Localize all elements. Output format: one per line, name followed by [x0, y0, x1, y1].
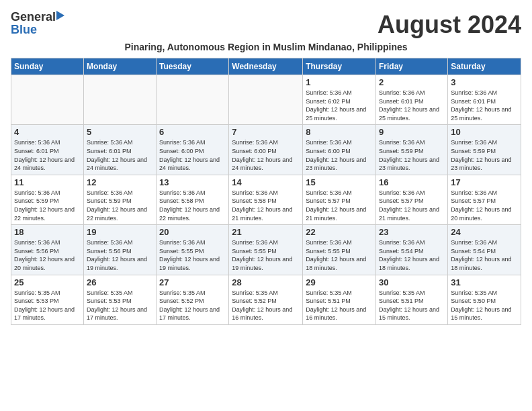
day-header-thursday: Thursday — [303, 58, 376, 75]
calendar-cell: 31Sunrise: 5:35 AM Sunset: 5:50 PM Dayli… — [448, 275, 521, 324]
day-info: Sunrise: 5:36 AM Sunset: 5:59 PM Dayligh… — [379, 138, 445, 172]
day-info: Sunrise: 5:36 AM Sunset: 6:01 PM Dayligh… — [87, 138, 153, 172]
day-number: 27 — [159, 277, 226, 287]
day-info: Sunrise: 5:36 AM Sunset: 6:01 PM Dayligh… — [451, 89, 518, 122]
calendar-cell: 30Sunrise: 5:35 AM Sunset: 5:51 PM Dayli… — [376, 275, 448, 324]
calendar-cell: 9Sunrise: 5:36 AM Sunset: 5:59 PM Daylig… — [376, 125, 448, 175]
logo-blue-text: Blue — [11, 23, 37, 36]
calendar-cell: 26Sunrise: 5:35 AM Sunset: 5:53 PM Dayli… — [83, 275, 156, 324]
day-info: Sunrise: 5:36 AM Sunset: 5:58 PM Dayligh… — [159, 189, 226, 222]
calendar-cell: 7Sunrise: 5:36 AM Sunset: 6:00 PM Daylig… — [229, 125, 303, 175]
day-number: 24 — [451, 227, 518, 237]
calendar-cell: 29Sunrise: 5:35 AM Sunset: 5:51 PM Dayli… — [303, 275, 376, 324]
day-number: 17 — [451, 177, 518, 187]
day-info: Sunrise: 5:35 AM Sunset: 5:51 PM Dayligh… — [379, 289, 445, 322]
calendar-cell: 20Sunrise: 5:36 AM Sunset: 5:55 PM Dayli… — [157, 225, 229, 275]
logo: General Blue — [11, 11, 65, 37]
day-number: 8 — [306, 127, 373, 137]
day-number: 20 — [159, 227, 226, 237]
day-info: Sunrise: 5:35 AM Sunset: 5:53 PM Dayligh… — [14, 289, 81, 322]
day-info: Sunrise: 5:36 AM Sunset: 6:00 PM Dayligh… — [232, 138, 300, 172]
day-number: 2 — [379, 77, 445, 87]
calendar-cell: 11Sunrise: 5:36 AM Sunset: 5:59 PM Dayli… — [11, 175, 84, 224]
calendar-cell: 18Sunrise: 5:36 AM Sunset: 5:56 PM Dayli… — [11, 225, 84, 275]
day-info: Sunrise: 5:36 AM Sunset: 5:59 PM Dayligh… — [14, 189, 81, 222]
day-number: 16 — [379, 177, 445, 187]
calendar-table: SundayMondayTuesdayWednesdayThursdayFrid… — [11, 58, 521, 325]
day-info: Sunrise: 5:36 AM Sunset: 6:02 PM Dayligh… — [306, 89, 373, 122]
day-info: Sunrise: 5:36 AM Sunset: 5:55 PM Dayligh… — [232, 238, 300, 272]
page-header: General Blue August 2024 — [11, 11, 521, 39]
calendar-cell: 13Sunrise: 5:36 AM Sunset: 5:58 PM Dayli… — [157, 175, 229, 224]
day-info: Sunrise: 5:36 AM Sunset: 5:55 PM Dayligh… — [306, 238, 373, 272]
day-number: 31 — [451, 277, 518, 287]
day-number: 13 — [159, 177, 226, 187]
day-number: 4 — [14, 127, 81, 137]
day-number: 12 — [87, 177, 153, 187]
day-number: 1 — [306, 77, 373, 87]
day-info: Sunrise: 5:36 AM Sunset: 5:57 PM Dayligh… — [451, 189, 518, 222]
day-header-monday: Monday — [83, 58, 156, 75]
day-info: Sunrise: 5:36 AM Sunset: 5:54 PM Dayligh… — [451, 238, 518, 272]
day-number: 5 — [87, 127, 153, 137]
day-number: 30 — [379, 277, 445, 287]
day-header-sunday: Sunday — [11, 58, 84, 75]
day-info: Sunrise: 5:36 AM Sunset: 5:56 PM Dayligh… — [14, 238, 81, 272]
day-info: Sunrise: 5:36 AM Sunset: 6:00 PM Dayligh… — [159, 138, 226, 172]
day-info: Sunrise: 5:35 AM Sunset: 5:52 PM Dayligh… — [159, 289, 226, 322]
calendar-cell: 14Sunrise: 5:36 AM Sunset: 5:58 PM Dayli… — [229, 175, 303, 224]
day-number: 14 — [232, 177, 300, 187]
day-header-tuesday: Tuesday — [157, 58, 229, 75]
day-number: 28 — [232, 277, 300, 287]
calendar-cell: 22Sunrise: 5:36 AM Sunset: 5:55 PM Dayli… — [303, 225, 376, 275]
day-number: 25 — [14, 277, 81, 287]
day-header-wednesday: Wednesday — [229, 58, 303, 75]
day-info: Sunrise: 5:35 AM Sunset: 5:51 PM Dayligh… — [306, 289, 373, 322]
day-number: 21 — [232, 227, 300, 237]
day-number: 9 — [379, 127, 445, 137]
calendar-cell: 3Sunrise: 5:36 AM Sunset: 6:01 PM Daylig… — [448, 75, 521, 125]
day-header-friday: Friday — [376, 58, 448, 75]
calendar-cell: 28Sunrise: 5:35 AM Sunset: 5:52 PM Dayli… — [229, 275, 303, 324]
calendar-cell: 1Sunrise: 5:36 AM Sunset: 6:02 PM Daylig… — [303, 75, 376, 125]
calendar-cell: 27Sunrise: 5:35 AM Sunset: 5:52 PM Dayli… — [157, 275, 229, 324]
day-info: Sunrise: 5:36 AM Sunset: 5:59 PM Dayligh… — [87, 189, 153, 222]
calendar-cell: 25Sunrise: 5:35 AM Sunset: 5:53 PM Dayli… — [11, 275, 84, 324]
day-header-saturday: Saturday — [448, 58, 521, 75]
logo-general-text: General — [11, 11, 56, 23]
day-number: 29 — [306, 277, 373, 287]
day-number: 23 — [379, 227, 445, 237]
calendar-cell — [229, 75, 303, 125]
day-info: Sunrise: 5:36 AM Sunset: 5:56 PM Dayligh… — [87, 238, 153, 272]
calendar-cell: 12Sunrise: 5:36 AM Sunset: 5:59 PM Dayli… — [83, 175, 156, 224]
calendar-cell: 23Sunrise: 5:36 AM Sunset: 5:54 PM Dayli… — [376, 225, 448, 275]
calendar-cell — [83, 75, 156, 125]
day-number: 15 — [306, 177, 373, 187]
day-number: 6 — [159, 127, 226, 137]
month-title: August 2024 — [378, 11, 521, 39]
day-info: Sunrise: 5:35 AM Sunset: 5:52 PM Dayligh… — [232, 289, 300, 322]
day-info: Sunrise: 5:36 AM Sunset: 5:58 PM Dayligh… — [232, 189, 300, 222]
calendar-cell: 8Sunrise: 5:36 AM Sunset: 6:00 PM Daylig… — [303, 125, 376, 175]
day-number: 22 — [306, 227, 373, 237]
day-info: Sunrise: 5:36 AM Sunset: 5:59 PM Dayligh… — [451, 138, 518, 172]
svg-marker-0 — [56, 11, 64, 20]
logo-triangle-icon — [56, 11, 64, 22]
calendar-cell — [11, 75, 84, 125]
day-number: 19 — [87, 227, 153, 237]
calendar-cell: 15Sunrise: 5:36 AM Sunset: 5:57 PM Dayli… — [303, 175, 376, 224]
day-number: 11 — [14, 177, 81, 187]
calendar-cell: 6Sunrise: 5:36 AM Sunset: 6:00 PM Daylig… — [157, 125, 229, 175]
day-info: Sunrise: 5:36 AM Sunset: 6:00 PM Dayligh… — [306, 138, 373, 172]
day-number: 7 — [232, 127, 300, 137]
calendar-cell: 19Sunrise: 5:36 AM Sunset: 5:56 PM Dayli… — [83, 225, 156, 275]
calendar-subtitle: Pinaring, Autonomous Region in Muslim Mi… — [11, 42, 521, 52]
calendar-cell: 10Sunrise: 5:36 AM Sunset: 5:59 PM Dayli… — [448, 125, 521, 175]
day-info: Sunrise: 5:36 AM Sunset: 5:57 PM Dayligh… — [306, 189, 373, 222]
calendar-cell: 2Sunrise: 5:36 AM Sunset: 6:01 PM Daylig… — [376, 75, 448, 125]
calendar-cell: 4Sunrise: 5:36 AM Sunset: 6:01 PM Daylig… — [11, 125, 84, 175]
day-info: Sunrise: 5:35 AM Sunset: 5:53 PM Dayligh… — [87, 289, 153, 322]
calendar-cell: 24Sunrise: 5:36 AM Sunset: 5:54 PM Dayli… — [448, 225, 521, 275]
day-info: Sunrise: 5:36 AM Sunset: 5:55 PM Dayligh… — [159, 238, 226, 272]
day-number: 26 — [87, 277, 153, 287]
